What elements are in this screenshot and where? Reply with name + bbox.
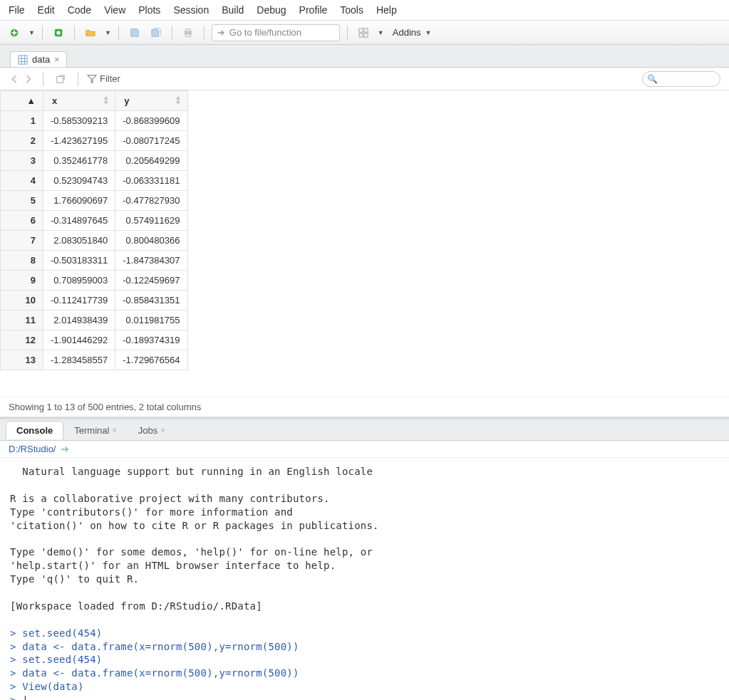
table-row[interactable]: 112.0149384390.011981755 (1, 310, 188, 330)
row-number-cell: 1 (1, 111, 43, 131)
menu-build[interactable]: Build (222, 4, 244, 16)
open-file-button[interactable] (82, 24, 99, 41)
console-command-line: > data <- data.frame(x=rnorm(500),y=rnor… (10, 640, 719, 654)
table-row[interactable]: 13-1.283458557-1.729676564 (1, 350, 188, 370)
table-row[interactable]: 6-0.3148976450.574911629 (1, 211, 188, 231)
forward-icon[interactable] (21, 73, 34, 85)
tab-terminal[interactable]: Terminal× (63, 421, 128, 439)
cell-x: -0.503183311 (43, 251, 115, 271)
svg-rect-4 (185, 28, 190, 31)
goto-placeholder: Go to file/function (229, 27, 301, 38)
cell-x: -1.901446292 (43, 330, 115, 350)
save-all-button[interactable] (148, 24, 165, 41)
data-table-scroll[interactable]: ▲ x ▲▼ y ▲▼ 1-0.585309213-0.8683996092-1… (0, 90, 729, 397)
cwd-text: D:/RStudio/ (9, 444, 56, 454)
filter-label: Filter (100, 73, 120, 84)
search-icon: 🔍 (647, 74, 658, 84)
menu-code[interactable]: Code (68, 4, 91, 16)
tab-label: Console (16, 425, 53, 436)
cell-y: -0.868399609 (115, 111, 187, 131)
table-row[interactable]: 51.766090697-0.477827930 (1, 191, 188, 211)
console-command-line: > data <- data.frame(x=rnorm(500),y=rnor… (10, 667, 719, 680)
column-header-y[interactable]: y ▲▼ (115, 91, 187, 111)
separator (204, 26, 205, 40)
svg-rect-9 (364, 33, 368, 36)
sort-icon: ▲▼ (175, 95, 182, 105)
cell-x: -0.585309213 (43, 111, 115, 131)
tab-jobs[interactable]: Jobs× (128, 421, 176, 439)
document-tab-data[interactable]: data × (10, 51, 67, 67)
table-row[interactable]: 30.3524617780.205649299 (1, 151, 188, 171)
table-row[interactable]: 2-1.423627195-0.080717245 (1, 131, 188, 151)
open-recent-dropdown-icon[interactable]: ▼ (105, 29, 111, 36)
close-tab-icon[interactable]: × (54, 55, 59, 65)
cell-y: -1.729676564 (115, 350, 187, 370)
cell-y: -0.080717245 (115, 131, 187, 151)
close-tab-icon[interactable]: × (160, 426, 165, 434)
cwd-arrow-icon[interactable] (60, 445, 70, 454)
svg-rect-15 (57, 76, 63, 83)
console-output[interactable]: Natural language support but running in … (0, 458, 729, 700)
menu-view[interactable]: View (104, 4, 125, 16)
new-file-dropdown-icon[interactable]: ▼ (29, 29, 35, 36)
popout-button[interactable] (52, 70, 69, 88)
menu-plots[interactable]: Plots (138, 4, 160, 16)
bottom-tab-strip: ConsoleTerminal×Jobs× (0, 419, 729, 441)
cell-y: 0.205649299 (115, 151, 187, 171)
separator (347, 26, 348, 40)
cell-y: -0.122459697 (115, 271, 187, 291)
data-frame-icon (18, 55, 28, 65)
menu-bar: FileEditCodeViewPlotsSessionBuildDebugPr… (0, 0, 729, 21)
data-search: 🔍 (642, 71, 720, 87)
separator (118, 26, 119, 40)
table-row[interactable]: 12-1.901446292-0.189374319 (1, 330, 188, 350)
menu-profile[interactable]: Profile (299, 4, 328, 16)
table-row[interactable]: 90.708959003-0.122459697 (1, 271, 188, 291)
table-row[interactable]: 1-0.585309213-0.868399609 (1, 111, 188, 131)
row-number-cell: 9 (1, 271, 43, 291)
pane-layout-button[interactable] (355, 24, 372, 41)
row-number-header[interactable]: ▲ (1, 91, 43, 111)
table-row[interactable]: 40.523094743-0.063331181 (1, 171, 188, 191)
filter-button[interactable]: Filter (87, 73, 120, 84)
cell-x: 1.766090697 (43, 191, 115, 211)
row-number-cell: 2 (1, 131, 43, 151)
cell-y: -0.477827930 (115, 191, 187, 211)
console-command-line: > View(data) (10, 680, 719, 694)
table-row[interactable]: 8-0.503183311-1.847384307 (1, 251, 188, 271)
print-button[interactable] (180, 24, 197, 41)
tab-console[interactable]: Console (6, 421, 63, 439)
addins-menu[interactable]: Addins ▼ (393, 27, 432, 38)
menu-help[interactable]: Help (376, 4, 397, 16)
menu-tools[interactable]: Tools (340, 4, 363, 16)
back-icon[interactable] (9, 73, 21, 85)
addins-dropdown-icon: ▼ (425, 29, 432, 36)
data-table: ▲ x ▲▼ y ▲▼ 1-0.585309213-0.8683996092-1… (0, 90, 188, 370)
column-header-x[interactable]: x ▲▼ (43, 91, 115, 111)
new-file-button[interactable] (6, 24, 23, 41)
column-header-label: y (124, 95, 129, 106)
pane-layout-dropdown-icon[interactable]: ▼ (378, 29, 384, 36)
menu-file[interactable]: File (9, 4, 25, 16)
goto-file-function-input[interactable]: Go to file/function (212, 24, 340, 41)
menu-debug[interactable]: Debug (257, 4, 286, 16)
filter-icon (87, 74, 97, 84)
separator (78, 72, 78, 86)
tab-label: Terminal (74, 425, 109, 436)
separator (43, 72, 43, 86)
close-tab-icon[interactable]: × (112, 426, 116, 434)
cell-y: 0.800480366 (115, 231, 187, 251)
table-row[interactable]: 72.0830518400.800480366 (1, 231, 188, 251)
console-prompt[interactable]: > | (10, 694, 719, 700)
table-row[interactable]: 10-0.112417739-0.858431351 (1, 291, 188, 310)
cell-x: 0.352461778 (43, 151, 115, 171)
row-number-cell: 12 (1, 330, 43, 350)
menu-edit[interactable]: Edit (38, 4, 55, 16)
menu-session[interactable]: Session (173, 4, 209, 16)
save-button[interactable] (126, 24, 143, 41)
new-project-button[interactable] (50, 24, 67, 41)
row-number-cell: 6 (1, 211, 43, 231)
svg-rect-6 (359, 28, 363, 31)
separator (74, 26, 75, 40)
cell-y: -0.189374319 (115, 330, 187, 350)
